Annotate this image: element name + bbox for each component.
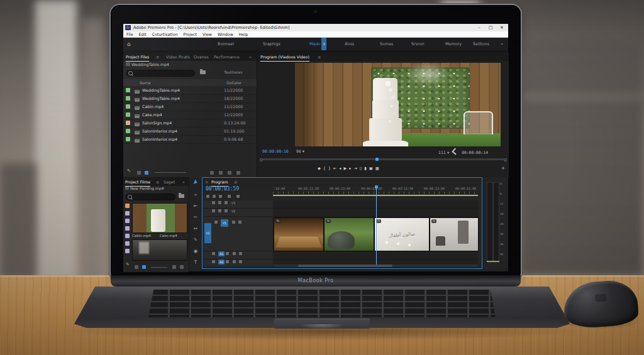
workspace-overflow-icon[interactable]: » — [501, 38, 503, 50]
tab-ovanes[interactable]: Ovanes — [194, 53, 209, 61]
work-area-bar[interactable] — [273, 195, 478, 196]
snap-icon[interactable] — [206, 195, 209, 198]
minimize-button[interactable]: – — [474, 24, 484, 31]
mic-icon[interactable] — [239, 260, 242, 263]
tab-saget[interactable]: Saget — [164, 178, 175, 186]
label-swatch-purple[interactable] — [125, 211, 130, 216]
menu-view[interactable]: View — [203, 31, 212, 37]
lock-icon[interactable] — [212, 201, 215, 204]
add-button-icon[interactable]: + — [501, 166, 505, 171]
track-target-v1[interactable]: V1 — [221, 219, 228, 227]
mute-icon[interactable] — [233, 260, 236, 263]
selection-tool[interactable] — [192, 180, 199, 187]
folder-icon[interactable] — [200, 70, 206, 74]
go-to-in-icon[interactable]: ⇤ — [333, 166, 337, 170]
timeline-horizontal-scrollbar[interactable] — [273, 265, 478, 267]
new-bin-icon[interactable] — [219, 171, 223, 175]
timeline-clip-salon-interior[interactable]: fx — [430, 217, 479, 251]
label-swatch[interactable] — [126, 121, 130, 125]
tab-pecformance[interactable]: Pecformance — [214, 53, 240, 61]
trash-icon[interactable] — [236, 171, 240, 175]
file-row[interactable]: SalonInterior.mp4 01:19:200 — [123, 127, 257, 136]
timeline-clip-salon-sign[interactable]: صالون أطفال fx — [374, 217, 430, 251]
thumb-label-cabin[interactable]: Cabin.mp4 — [132, 234, 151, 238]
program-scrubber[interactable] — [262, 158, 504, 160]
track-header-a2[interactable]: A2 — [203, 259, 272, 268]
file-row[interactable]: WeddingTable.mp4 11/22000 — [123, 86, 257, 95]
media-thumbnail-interior[interactable] — [132, 239, 187, 261]
panel-menu-icon[interactable]: ≡ — [156, 178, 159, 186]
timeline-timecode[interactable]: 00:00:03:59 — [206, 186, 239, 192]
sync-lock-icon[interactable] — [218, 209, 221, 212]
mic-icon[interactable] — [239, 252, 242, 255]
tab-video-picats[interactable]: Video Picats — [166, 53, 190, 61]
scrollbar-handle[interactable] — [298, 265, 392, 267]
workspace-tab-mado-active[interactable]: Mado3 — [309, 38, 326, 50]
menu-edit[interactable]: Edit — [139, 31, 147, 37]
go-to-out-icon[interactable]: ⇥ — [353, 166, 357, 170]
eye-icon[interactable] — [225, 209, 228, 212]
menu-coturtisation[interactable]: Coturtisation — [152, 31, 178, 37]
source-patch-v1[interactable]: V1 — [204, 223, 211, 243]
slip-tool[interactable]: ↔ — [192, 225, 199, 232]
workspace-tab-memory[interactable]: Memory — [445, 38, 462, 50]
panel-options-icon[interactable] — [180, 265, 184, 269]
solo-icon[interactable] — [226, 252, 229, 255]
track-target-a2[interactable]: A2 — [218, 259, 225, 265]
razor-tool[interactable]: ✂ — [192, 214, 199, 221]
panel-menu-icon[interactable]: ≡ — [156, 53, 159, 61]
lock-icon[interactable] — [212, 209, 215, 212]
menu-help[interactable]: Help — [239, 31, 248, 37]
search-input[interactable] — [126, 70, 195, 77]
workspace-tab-bonneel[interactable]: Bonneel — [218, 38, 234, 50]
label-swatch-purple[interactable] — [125, 234, 130, 238]
play-icon[interactable]: ▶ — [343, 166, 347, 170]
tab-program-monitor[interactable]: Program (Viedoos Video) — [260, 53, 309, 62]
home-icon[interactable]: ⌂ — [127, 38, 131, 50]
menu-file[interactable]: File — [126, 31, 133, 37]
track-lane-v2[interactable] — [273, 209, 478, 217]
solo-icon[interactable] — [226, 260, 229, 263]
track-header-v2[interactable]: V2 — [203, 209, 272, 217]
track-target-a1[interactable]: A1 — [218, 251, 225, 256]
panel-menu-icon[interactable]: ≡ — [234, 178, 237, 186]
icon-view-icon[interactable] — [142, 265, 146, 269]
button-editor-icon[interactable]: ▦ — [375, 166, 380, 170]
label-swatch-purple[interactable] — [125, 249, 130, 253]
list-column-headers[interactable]: Name OoColor — [123, 79, 257, 86]
play-thumb-icon[interactable] — [172, 265, 176, 269]
file-row[interactable]: WeddingTable.mp4 18/22000 — [123, 94, 257, 103]
workspace-tab-srsron[interactable]: Srsron — [411, 38, 424, 50]
timeline-clip-garden[interactable]: fx — [324, 217, 374, 251]
label-swatch-purple[interactable] — [125, 219, 130, 223]
lift-icon[interactable]: ▯ — [360, 166, 362, 170]
track-lane-v3[interactable] — [273, 200, 478, 209]
program-video-frame[interactable] — [295, 63, 501, 146]
mute-icon[interactable] — [233, 252, 236, 255]
track-select-tool[interactable]: » — [192, 191, 199, 199]
playback-resolution-dropdown[interactable]: 111 ▾ — [438, 150, 449, 155]
label-swatch[interactable] — [126, 137, 130, 141]
sync-lock-icon[interactable] — [218, 201, 221, 204]
label-swatch-orange[interactable] — [125, 204, 130, 208]
icon-view-icon[interactable] — [145, 171, 148, 175]
eye-icon[interactable] — [238, 221, 242, 224]
workspace-tab-somes[interactable]: Somes — [380, 38, 393, 50]
zoom-level-dropdown[interactable]: 96 ▾ — [296, 149, 304, 153]
thumb-label-cake[interactable]: Cake.mp4 — [160, 234, 177, 238]
scrubber-playhead[interactable] — [375, 158, 379, 161]
workspace-tab-settions[interactable]: Settions — [473, 38, 489, 50]
zoom-slider[interactable] — [155, 172, 186, 173]
label-swatch-purple[interactable] — [125, 241, 130, 246]
extract-icon[interactable]: ▮ — [364, 166, 367, 170]
ripple-edit-tool[interactable]: ⇤ — [192, 202, 199, 210]
track-lane-a1[interactable] — [273, 251, 478, 259]
menu-project[interactable]: Project — [183, 31, 197, 37]
media-search-input[interactable] — [125, 194, 175, 200]
lock-icon[interactable] — [212, 260, 215, 263]
label-swatch[interactable] — [126, 112, 130, 117]
add-marker-icon[interactable]: ◆ — [318, 166, 321, 170]
pen-tool[interactable]: ✎ — [192, 236, 199, 244]
label-swatch[interactable] — [126, 88, 130, 92]
workspace-tab-alois[interactable]: Alois — [345, 38, 354, 50]
